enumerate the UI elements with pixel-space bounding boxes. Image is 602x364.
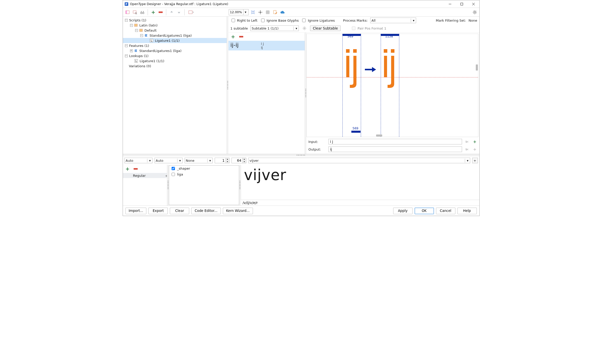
crosshair-icon[interactable] — [257, 9, 263, 15]
minimize-button[interactable] — [444, 0, 456, 8]
main-toolbar: ＋ ▾ — [123, 8, 479, 17]
lang-icon — [139, 28, 143, 32]
maximize-button[interactable] — [456, 0, 468, 8]
chevron-down-icon[interactable]: ▾ — [243, 9, 248, 15]
tree-stdlig-2[interactable]: +StandardLigatures1 (liga) — [123, 48, 227, 53]
output-class-icon[interactable]: bc — [464, 146, 470, 152]
svg-rect-9 — [189, 11, 192, 14]
move-down-button[interactable] — [176, 9, 182, 15]
sub-add-button[interactable]: ＋ — [230, 34, 236, 40]
gear-icon[interactable] — [472, 9, 478, 15]
feature-shaper[interactable]: _shaper — [169, 166, 239, 171]
horizontal-splitter[interactable] — [123, 154, 479, 156]
spin-down[interactable]: ▾ — [242, 160, 246, 163]
clear-button[interactable]: Clear — [170, 208, 189, 214]
master-add-button[interactable]: ＋ — [124, 166, 131, 172]
process-marks-label: Process Marks: — [343, 19, 368, 22]
import-button[interactable]: Import... — [125, 208, 147, 214]
kern-wizard-button[interactable]: Kern Wizard... — [223, 208, 253, 214]
clear-subtable-button[interactable]: Clear Subtable — [310, 25, 341, 31]
output-row: Output: bc ＋ — [306, 146, 479, 154]
combo-auto-2[interactable]: Auto▾ — [155, 158, 183, 163]
input-add-button[interactable]: ＋ — [472, 139, 478, 145]
ignore-base-checkbox[interactable]: Ignore Base Glyphs — [260, 18, 299, 23]
export-button[interactable]: Export — [148, 208, 168, 214]
ignore-ligatures-checkbox[interactable]: Ignore Ligatures — [301, 18, 335, 23]
rtl-checkbox[interactable]: Right to Left — [230, 18, 258, 23]
panel-menu-icon[interactable] — [187, 9, 196, 15]
process-marks-combo[interactable]: All▾ — [370, 18, 416, 23]
apply-button[interactable]: Apply — [393, 208, 413, 214]
subtable-gear-icon[interactable] — [301, 25, 308, 31]
glyph-preview[interactable]: 569 1138 — [306, 34, 478, 137]
subtable-combo[interactable]: Subtable 1 (1/1)▾ — [250, 25, 299, 31]
tree-lookups[interactable]: −Lookups (1) — [123, 53, 227, 58]
zoom-combo[interactable]: ▾ — [229, 9, 249, 15]
tree-latin[interactable]: −Latin (latn) — [123, 23, 227, 28]
output-field[interactable] — [328, 146, 462, 152]
move-up-button[interactable] — [169, 9, 175, 15]
input-class-icon[interactable]: bc — [464, 139, 470, 145]
tree-ligature-selected[interactable]: LLigature1 (1/1) — [123, 38, 227, 43]
svg-rect-15 — [139, 29, 143, 32]
subtable-count: 1 subtable — [230, 26, 248, 30]
sample-combo[interactable]: vijver▾ — [248, 158, 470, 163]
binoculars-icon[interactable] — [139, 9, 145, 15]
cloud-icon[interactable] — [279, 9, 286, 15]
sub-remove-button[interactable] — [238, 34, 244, 40]
panel-search-icon[interactable] — [132, 9, 138, 15]
help-button[interactable]: Help — [457, 208, 477, 214]
spin-up[interactable]: ▴ — [226, 158, 229, 160]
substitution-key: ij-ij — [230, 42, 261, 48]
svg-rect-22 — [346, 56, 349, 77]
preview-vscroll[interactable] — [476, 34, 478, 134]
substitution-row[interactable]: ij-ij i j ij — [228, 41, 305, 50]
metric-top-left: 569 — [348, 35, 353, 38]
tree-default[interactable]: −Default — [123, 28, 227, 33]
add-button[interactable]: ＋ — [150, 9, 156, 15]
code-editor-button[interactable]: Code Editor... — [191, 208, 221, 214]
sample-path-input[interactable] — [241, 200, 479, 206]
input-field[interactable] — [328, 139, 462, 144]
spin-up[interactable]: ▴ — [242, 158, 246, 160]
tree-scripts[interactable]: −Scripts (1) — [123, 18, 227, 23]
svg-point-7 — [140, 12, 142, 14]
close-button[interactable] — [468, 0, 479, 8]
ok-button[interactable]: OK — [415, 208, 434, 214]
spin-2[interactable]: ▴▾ — [232, 158, 246, 163]
cancel-button[interactable]: Cancel — [436, 208, 455, 214]
remove-button[interactable] — [158, 9, 164, 15]
edit-page-icon[interactable] — [272, 9, 278, 15]
chevron-down-icon: ▾ — [411, 19, 415, 22]
combo-none[interactable]: None▾ — [185, 158, 213, 163]
svg-rect-24 — [384, 49, 387, 53]
mark-filter-label: Mark Filtering Set: — [436, 19, 466, 22]
grid-icon[interactable] — [265, 9, 271, 15]
footer: Import... Export Clear Code Editor... Ke… — [123, 206, 479, 216]
spin-down[interactable]: ▾ — [226, 160, 229, 163]
master-list: ＋ Regular◂ — [123, 165, 167, 206]
tree-panel: −Scripts (1) −Latin (latn) −Default −Sta… — [123, 17, 227, 154]
preview-section: Auto▾ Auto▾ None▾ ▴▾ ▴▾ vijver▾ + ＋ Regu… — [123, 156, 479, 206]
svg-rect-25 — [384, 56, 387, 77]
svg-text:F: F — [125, 3, 127, 6]
lookup-icon: L — [134, 59, 138, 63]
spin-1[interactable]: ▴▾ — [215, 158, 229, 163]
master-remove-button[interactable] — [133, 166, 139, 172]
right-panel: Right to Left Ignore Base Glyphs Ignore … — [228, 17, 479, 154]
tree-ligature-2[interactable]: LLigature1 (1/1) — [123, 58, 227, 63]
input-label: Input: — [309, 140, 326, 144]
preview-hscroll[interactable] — [307, 134, 478, 137]
zoom-input[interactable] — [229, 9, 243, 15]
tree-stdlig-1[interactable]: −StandardLigatures1 (liga) — [123, 33, 227, 38]
feature-liga[interactable]: liga — [169, 171, 239, 177]
master-row-regular[interactable]: Regular◂ — [123, 173, 167, 178]
combo-auto-1[interactable]: Auto▾ — [124, 158, 152, 163]
svg-point-11 — [260, 12, 261, 12]
panel-icon-1[interactable] — [124, 9, 131, 15]
svg-point-13 — [474, 11, 476, 13]
tree-variations[interactable]: Variations (0) — [123, 63, 227, 69]
tree-features[interactable]: −Features (1) — [123, 43, 227, 48]
sample-add-button[interactable]: + — [472, 158, 478, 163]
fit-icon[interactable] — [250, 9, 256, 15]
